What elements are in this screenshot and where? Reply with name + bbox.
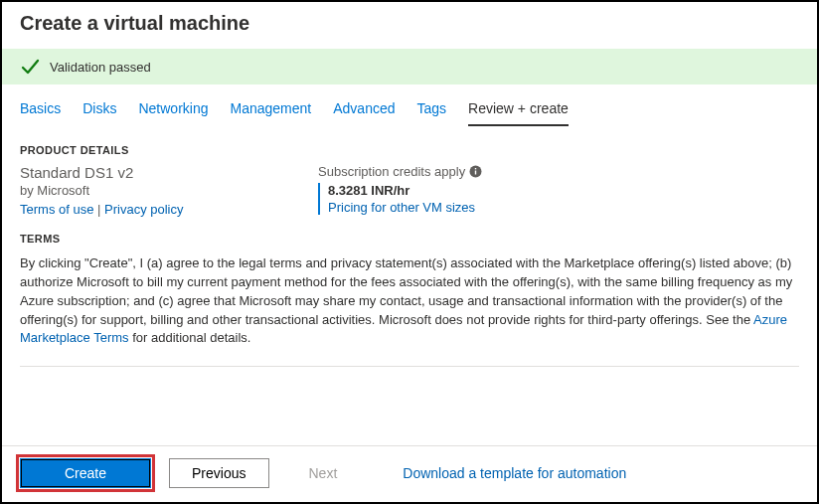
- product-details-label: PRODUCT DETAILS: [2, 144, 817, 164]
- terms-label: TERMS: [2, 233, 817, 252]
- price-value: 8.3281 INR/hr: [328, 183, 482, 198]
- footer-bar: Create Previous Next Download a template…: [2, 445, 817, 502]
- validation-bar: Validation passed: [2, 49, 817, 84]
- svg-rect-2: [475, 168, 476, 169]
- tab-review-create[interactable]: Review + create: [468, 100, 569, 126]
- check-icon: [20, 57, 40, 77]
- product-name: Standard DS1 v2: [20, 164, 258, 181]
- terms-text-a: By clicking "Create", I (a) agree to the…: [20, 255, 792, 327]
- tab-management[interactable]: Management: [231, 100, 312, 126]
- tab-tags[interactable]: Tags: [417, 100, 447, 126]
- terms-body: By clicking "Create", I (a) agree to the…: [2, 252, 817, 348]
- tab-networking[interactable]: Networking: [138, 100, 208, 126]
- product-publisher: by Microsoft: [20, 183, 258, 198]
- terms-text-b: for additional details.: [129, 330, 251, 345]
- tab-disks[interactable]: Disks: [82, 100, 116, 126]
- tab-advanced[interactable]: Advanced: [333, 100, 395, 126]
- divider: [20, 366, 799, 367]
- terms-of-use-link[interactable]: Terms of use: [20, 202, 93, 217]
- page-title: Create a virtual machine: [2, 2, 817, 49]
- create-button[interactable]: Create: [20, 458, 151, 488]
- pricing-link[interactable]: Pricing for other VM sizes: [328, 200, 475, 215]
- next-button: Next: [287, 458, 360, 488]
- info-icon[interactable]: [469, 165, 482, 178]
- tab-basics[interactable]: Basics: [20, 100, 61, 126]
- credits-text: Subscription credits apply: [318, 164, 465, 179]
- svg-rect-1: [475, 171, 476, 175]
- product-details: Standard DS1 v2 by Microsoft Terms of us…: [2, 164, 817, 233]
- previous-button[interactable]: Previous: [169, 458, 268, 488]
- link-separator: |: [93, 202, 104, 217]
- privacy-policy-link[interactable]: Privacy policy: [104, 202, 183, 217]
- tabs: Basics Disks Networking Management Advan…: [2, 84, 817, 126]
- validation-message: Validation passed: [50, 60, 151, 75]
- download-template-link[interactable]: Download a template for automation: [403, 465, 626, 481]
